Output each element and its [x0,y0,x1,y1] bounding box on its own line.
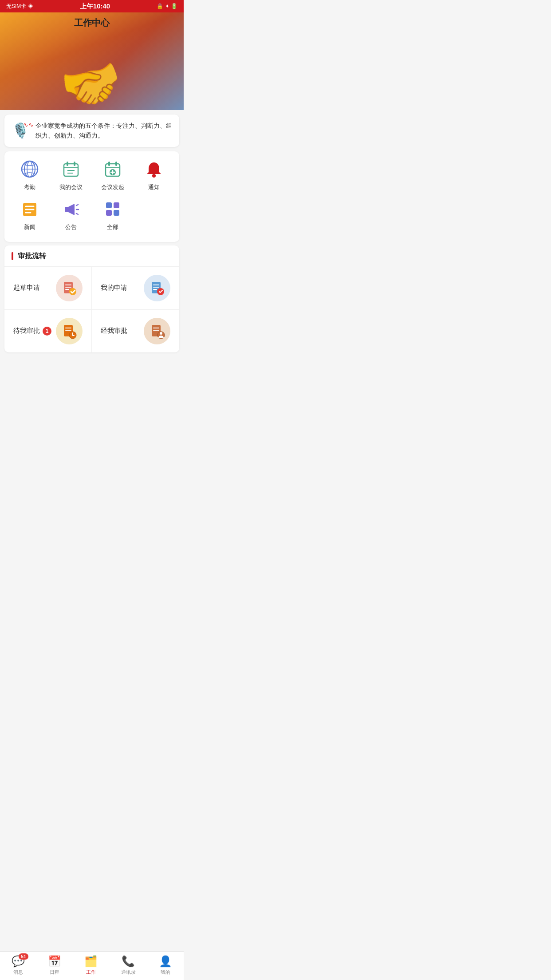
svg-rect-13 [115,162,117,166]
notification-label: 通知 [148,183,160,191]
my-meeting-label: 我的会议 [59,183,83,191]
draft-label: 起草申请 [13,284,40,292]
svg-rect-7 [74,162,75,166]
svg-rect-12 [108,162,110,166]
news-icon [19,198,40,220]
approval-item-pending[interactable]: 待我审批 1 [4,310,92,352]
status-right: 🔒 ✦ 🔋 [157,3,177,9]
quote-card: 🎙️ ∿∿ 企业家竞争成功的五个条件：专注力、判断力、组织力、创新力、沟通力。 [4,115,179,147]
approved-icon-circle [144,318,170,344]
menu-item-news[interactable]: 新闻 [9,198,51,231]
my-apply-icon-circle [144,275,170,301]
menu-item-my-meeting[interactable]: 我的会议 [51,158,92,191]
header-banner: 工作中心 🤝 [0,12,184,110]
quick-menu-card: 考勤 我的会议 [4,151,179,242]
my-apply-label-wrap: 我的申请 [101,284,127,292]
start-meeting-icon [102,158,123,180]
status-bar: 无SIM卡 ◈ 上午10:40 🔒 ✦ 🔋 [0,0,184,12]
fist-icon: 🤝 [56,54,128,110]
page-title: 工作中心 [74,17,110,29]
approval-header: 审批流转 [4,245,179,267]
announcement-label: 公告 [65,223,77,231]
my-meeting-icon [60,158,82,180]
svg-point-32 [69,288,76,295]
menu-item-all[interactable]: 全部 [92,198,134,231]
section-title-bar [12,252,13,260]
svg-rect-24 [106,202,112,208]
my-apply-label: 我的申请 [101,284,127,292]
announcement-icon [60,198,82,220]
pending-label: 待我审批 [13,327,40,335]
banner-illustration: 🤝 [56,30,127,110]
approval-section: 审批流转 起草申请 我的申请 [4,245,179,352]
menu-row-1: 考勤 我的会议 [4,158,179,198]
attendance-icon [19,158,40,180]
pending-icon-circle [56,318,83,344]
svg-rect-26 [106,210,112,216]
menu-item-notification[interactable]: 通知 [134,158,175,191]
approval-item-my-apply[interactable]: 我的申请 [92,267,179,310]
menu-item-attendance[interactable]: 考勤 [9,158,51,191]
approval-grid: 起草申请 我的申请 [4,267,179,352]
approved-label-wrap: 经我审批 [101,327,127,335]
status-left: 无SIM卡 ◈ [6,3,33,10]
approval-item-draft[interactable]: 起草申请 [4,267,92,310]
svg-rect-20 [65,207,67,212]
svg-line-21 [76,205,78,205]
approval-title: 审批流转 [18,252,46,261]
all-icon [102,198,123,220]
all-label: 全部 [107,223,118,231]
svg-point-46 [160,332,162,335]
pending-badge: 1 [43,327,51,336]
menu-item-announcement[interactable]: 公告 [51,198,92,231]
approved-label: 经我审批 [101,327,127,335]
pending-label-wrap: 待我审批 1 [13,327,51,336]
news-label: 新闻 [24,223,35,231]
draft-icon-circle [56,275,83,301]
svg-rect-25 [114,202,119,208]
microphone-icon: 🎙️ ∿∿ [12,122,29,139]
notification-icon [143,158,165,180]
start-meeting-label: 会议发起 [101,183,124,191]
svg-line-23 [76,213,78,214]
menu-row-2: 新闻 公告 [4,198,179,238]
svg-point-15 [152,174,156,178]
status-time: 上午10:40 [80,2,110,11]
quote-text: 企业家竞争成功的五个条件：专注力、判断力、组织力、创新力、沟通力。 [35,121,172,141]
attendance-label: 考勤 [24,183,35,191]
menu-item-start-meeting[interactable]: 会议发起 [92,158,134,191]
svg-rect-27 [114,210,119,216]
svg-rect-6 [67,162,68,166]
approval-item-approved[interactable]: 经我审批 [92,310,179,352]
draft-label-wrap: 起草申请 [13,284,40,292]
